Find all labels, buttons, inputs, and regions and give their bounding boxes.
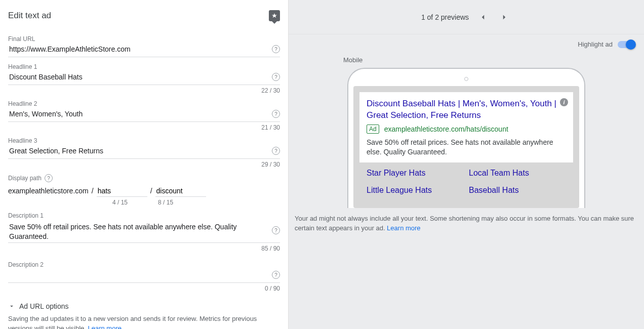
- path1-input[interactable]: [97, 186, 147, 195]
- description2-count: 0 / 90: [8, 285, 280, 292]
- description1-label: Description 1: [8, 212, 280, 219]
- highlight-ad-toggle[interactable]: [618, 41, 635, 48]
- mobile-preview-frame: i Discount Baseball Hats | Men's, Women'…: [347, 68, 585, 208]
- headline1-input[interactable]: [8, 72, 272, 81]
- headline1-label: Headline 1: [8, 63, 280, 70]
- description1-count: 85 / 90: [8, 245, 280, 252]
- ad-headline: Discount Baseball Hats | Men's, Women's,…: [367, 98, 566, 121]
- help-icon[interactable]: ?: [272, 73, 280, 81]
- description2-input[interactable]: [8, 270, 272, 279]
- help-icon[interactable]: ?: [272, 45, 280, 53]
- sitelink[interactable]: Local Team Hats: [469, 169, 566, 178]
- headline3-count: 29 / 30: [8, 161, 280, 168]
- help-icon[interactable]: ?: [272, 271, 280, 279]
- description1-input[interactable]: [8, 221, 272, 239]
- help-icon[interactable]: ?: [272, 110, 280, 118]
- description2-label: Description 2: [8, 261, 280, 268]
- chevron-down-icon: [8, 303, 15, 310]
- headline2-count: 21 / 30: [8, 124, 280, 131]
- highlight-ad-label: Highlight ad: [578, 40, 613, 48]
- learn-more-link[interactable]: Learn more: [88, 324, 122, 329]
- preview-disclaimer: Your ad might not always include all you…: [291, 208, 640, 233]
- next-preview-button[interactable]: [497, 10, 511, 24]
- chevron-right-icon: [500, 13, 509, 22]
- headline1-count: 22 / 30: [8, 87, 280, 94]
- sitelink[interactable]: Little League Hats: [367, 186, 464, 195]
- sitelink[interactable]: Baseball Hats: [469, 186, 566, 195]
- display-path-label: Display path ?: [8, 174, 280, 182]
- path1-count: 4 / 15: [112, 199, 128, 206]
- headline3-label: Headline 3: [8, 137, 280, 144]
- ad-description: Save 50% off retail prices. See hats not…: [367, 138, 566, 157]
- help-icon[interactable]: ?: [272, 147, 280, 155]
- info-icon[interactable]: i: [560, 98, 568, 106]
- path-separator: /: [92, 187, 94, 195]
- prev-preview-button[interactable]: [476, 10, 490, 24]
- preview-counter: 1 of 2 previews: [421, 13, 469, 21]
- phone-speaker-icon: [464, 77, 468, 81]
- final-url-input[interactable]: [8, 45, 272, 54]
- preview-panel: 1 of 2 previews Highlight ad Mobile i Di…: [289, 0, 644, 329]
- path2-input[interactable]: [155, 186, 206, 195]
- ad-badge: Ad: [367, 125, 379, 134]
- path-separator: /: [150, 187, 152, 195]
- display-domain: exampleathleticstore.com: [8, 187, 89, 195]
- editor-title: Edit text ad: [8, 11, 51, 21]
- editor-panel: Edit text ad Final URL ? Headline 1 ? 22…: [0, 0, 289, 329]
- help-icon[interactable]: ?: [45, 174, 53, 182]
- chevron-left-icon: [478, 13, 488, 22]
- ad-preview-card: i Discount Baseball Hats | Men's, Women'…: [353, 86, 579, 208]
- feedback-icon[interactable]: [269, 10, 280, 21]
- headline3-input[interactable]: [8, 146, 272, 155]
- ad-url-options-label: Ad URL options: [19, 302, 69, 310]
- save-note: Saving the ad updates it to a new versio…: [8, 314, 280, 329]
- preview-toolbar: 1 of 2 previews: [289, 0, 644, 34]
- final-url-label: Final URL: [8, 35, 280, 43]
- headline2-label: Headline 2: [8, 100, 280, 107]
- mobile-preview-label: Mobile: [343, 56, 363, 64]
- ad-url-options-toggle[interactable]: Ad URL options: [8, 302, 280, 310]
- path2-count: 8 / 15: [158, 199, 173, 206]
- sitelink[interactable]: Star Player Hats: [367, 169, 464, 178]
- ad-display-url: exampleathleticstore.com/hats/discount: [384, 125, 508, 133]
- headline2-input[interactable]: [8, 109, 272, 118]
- learn-more-link[interactable]: Learn more: [387, 224, 420, 232]
- help-icon[interactable]: ?: [272, 226, 280, 234]
